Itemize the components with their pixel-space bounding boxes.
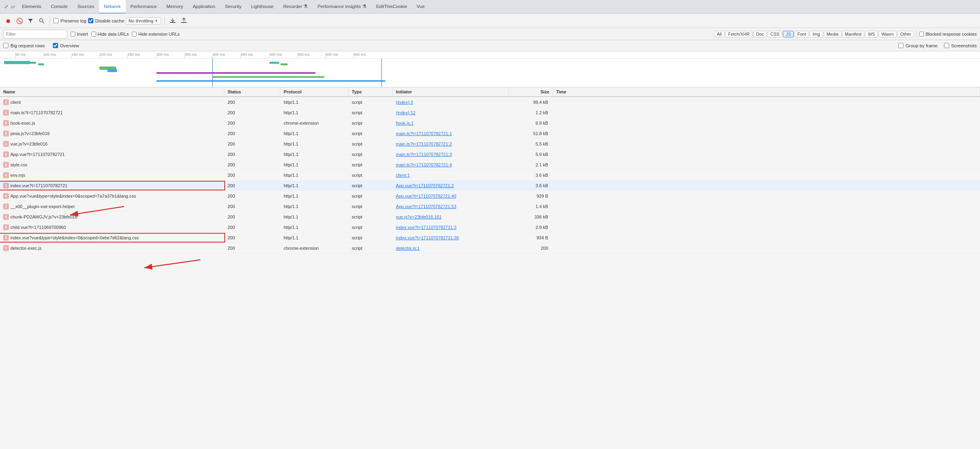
type-btn-doc[interactable]: Doc <box>753 31 767 37</box>
cell-initiator[interactable]: App.vue?t=1711070782721:2 <box>393 182 509 189</box>
hide-extension-urls-label[interactable]: Hide extension URLs <box>132 32 179 36</box>
tab-console[interactable]: Console <box>46 0 73 14</box>
search-icon[interactable] <box>37 16 46 26</box>
export-icon[interactable] <box>179 16 189 26</box>
table-scroll[interactable]: client200http/1.1script(index):399.4 kBm… <box>0 97 980 449</box>
type-btn-manifest[interactable]: Manifest <box>842 31 865 37</box>
type-btn-css[interactable]: CSS <box>768 31 782 37</box>
table-row[interactable]: vue.js?v=23bfe016200http/1.1scriptmain.t… <box>0 139 980 149</box>
table-row[interactable]: child.vue?t=1711069700960200http/1.1scri… <box>0 222 980 233</box>
blocked-cookies-label[interactable]: Blocked response cookies <box>919 32 977 36</box>
type-btn-fetch-xhr[interactable]: Fetch/XHR <box>725 31 752 37</box>
type-btn-all[interactable]: All <box>714 31 724 37</box>
type-btn-wasm[interactable]: Wasm <box>879 31 897 37</box>
type-btn-js[interactable]: JS <box>783 31 794 37</box>
invert-checkbox[interactable] <box>71 32 75 36</box>
overview-checkbox[interactable] <box>53 43 58 48</box>
initiator-link[interactable]: hook.js:1 <box>396 121 413 125</box>
initiator-link[interactable]: index.vue?t=1711070782721:3 <box>396 225 456 230</box>
initiator-link[interactable]: (index):3 <box>396 100 413 105</box>
initiator-link[interactable]: main.ts?t=1711070782721:4 <box>396 162 452 167</box>
filter-input[interactable] <box>3 30 67 38</box>
disable-cache-label[interactable]: Disable cache <box>88 18 124 23</box>
type-btn-ws[interactable]: WS <box>865 31 878 37</box>
initiator-link[interactable]: index.vue?t=1711070782721:36 <box>396 235 459 240</box>
tab-performance-insights[interactable]: Performance insights ⚗ <box>313 0 371 14</box>
table-row[interactable]: env.mjs200http/1.1scriptclient:13.6 kB <box>0 170 980 180</box>
cell-initiator[interactable]: main.ts?t=1711070782721:4 <box>393 161 509 168</box>
cell-initiator[interactable]: hook.js:1 <box>393 119 509 127</box>
initiator-link[interactable]: main.ts?t=1711070782721:3 <box>396 152 452 157</box>
hide-data-urls-checkbox[interactable] <box>91 32 96 36</box>
type-btn-font[interactable]: Font <box>794 31 809 37</box>
blocked-cookies-checkbox[interactable] <box>919 32 924 36</box>
initiator-link[interactable]: main.ts?t=1711070782721:1 <box>396 131 452 136</box>
initiator-link[interactable]: main.ts?t=1711070782721:2 <box>396 142 452 146</box>
cell-initiator[interactable]: (index):12 <box>393 109 509 116</box>
preserve-log-checkbox[interactable] <box>53 18 58 23</box>
col-header-size[interactable]: Size <box>509 87 553 96</box>
screenshots-label[interactable]: Screenshots <box>944 43 977 48</box>
cell-initiator[interactable]: detector.js:1 <box>393 245 509 252</box>
overview-label[interactable]: Overview <box>53 43 79 48</box>
table-row[interactable]: hook-exec.js200chrome-extensionscripthoo… <box>0 118 980 128</box>
cell-initiator[interactable]: index.vue?t=1711070782721:36 <box>393 234 509 241</box>
tab-recorder[interactable]: Recorder ⚗ <box>278 0 313 14</box>
initiator-link[interactable]: App.vue?t=1711070782721:2 <box>396 183 454 188</box>
type-btn-media[interactable]: Media <box>824 31 841 37</box>
table-row[interactable]: index.vue?vue&type=style&index=0&scoped=… <box>0 233 980 243</box>
initiator-link[interactable]: App.vue?t=1711070782721:40 <box>396 194 456 198</box>
cell-initiator[interactable]: App.vue?t=1711070782721:40 <box>393 192 509 200</box>
import-icon[interactable] <box>168 16 177 26</box>
group-by-frame-label[interactable]: Group by frame <box>898 43 938 48</box>
table-row[interactable]: detector-exec.js200chrome-extensionscrip… <box>0 243 980 253</box>
device-icon[interactable]: ▱ <box>11 4 15 10</box>
table-row[interactable]: __x00__plugin-vue:export-helper200http/1… <box>0 201 980 212</box>
hide-extension-urls-checkbox[interactable] <box>132 32 137 36</box>
clear-icon[interactable]: 🚫 <box>14 16 24 26</box>
initiator-link[interactable]: vue.js?v=23bfe016:161 <box>396 214 442 219</box>
tab-elements[interactable]: Elements <box>17 0 46 14</box>
initiator-link[interactable]: (index):12 <box>396 110 415 115</box>
screenshots-checkbox[interactable] <box>944 43 949 48</box>
invert-label[interactable]: Invert <box>71 32 88 36</box>
cell-initiator[interactable]: main.ts?t=1711070782721:1 <box>393 130 509 137</box>
record-stop-icon[interactable]: ⏺ <box>3 16 13 26</box>
cell-initiator[interactable]: index.vue?t=1711070782721:3 <box>393 224 509 231</box>
col-header-type[interactable]: Type <box>349 87 393 96</box>
cell-initiator[interactable]: (index):3 <box>393 99 509 106</box>
table-row[interactable]: App.vue?t=1711070782721200http/1.1script… <box>0 149 980 160</box>
initiator-link[interactable]: App.vue?t=1711070782721:53 <box>396 204 456 209</box>
cell-initiator[interactable]: main.ts?t=1711070782721:2 <box>393 140 509 148</box>
table-row[interactable]: main.ts?t=1711070782721200http/1.1script… <box>0 107 980 118</box>
table-row[interactable]: App.vue?vue&type=style&index=0&scoped=7a… <box>0 191 980 201</box>
tab-sources[interactable]: Sources <box>73 0 99 14</box>
tab-performance[interactable]: Performance <box>126 0 162 14</box>
cell-initiator[interactable]: App.vue?t=1711070782721:53 <box>393 203 509 210</box>
timeline-waterfall[interactable] <box>0 59 980 87</box>
group-by-frame-checkbox[interactable] <box>898 43 903 48</box>
filter-icon[interactable] <box>26 16 35 26</box>
col-header-time[interactable]: Time <box>553 87 980 96</box>
tab-editthiscookie[interactable]: EditThisCookie <box>371 0 412 14</box>
type-btn-other[interactable]: Other <box>897 31 914 37</box>
big-request-rows-checkbox[interactable] <box>3 43 8 48</box>
cell-initiator[interactable]: client:1 <box>393 172 509 179</box>
hide-data-urls-label[interactable]: Hide data URLs <box>91 32 129 36</box>
cell-initiator[interactable]: main.ts?t=1711070782721:3 <box>393 151 509 158</box>
preserve-log-label[interactable]: Preserve log <box>53 18 87 23</box>
tab-application[interactable]: Application <box>188 0 220 14</box>
tab-memory[interactable]: Memory <box>161 0 188 14</box>
tab-security[interactable]: Security <box>220 0 246 14</box>
col-header-name[interactable]: Name <box>0 87 224 96</box>
tab-lighthouse[interactable]: Lighthouse <box>246 0 278 14</box>
initiator-link[interactable]: detector.js:1 <box>396 246 419 251</box>
big-request-rows-label[interactable]: Big request rows <box>3 43 45 48</box>
col-header-protocol[interactable]: Protocol <box>280 87 349 96</box>
table-row[interactable]: client200http/1.1script(index):399.4 kB <box>0 97 980 107</box>
col-header-initiator[interactable]: Initiator <box>393 87 509 96</box>
tab-network[interactable]: Network <box>99 0 125 14</box>
tab-vue[interactable]: Vue <box>412 0 430 14</box>
throttle-select[interactable]: No throttling ▼ <box>126 17 161 24</box>
pointer-icon[interactable]: ⤢ <box>4 4 8 10</box>
